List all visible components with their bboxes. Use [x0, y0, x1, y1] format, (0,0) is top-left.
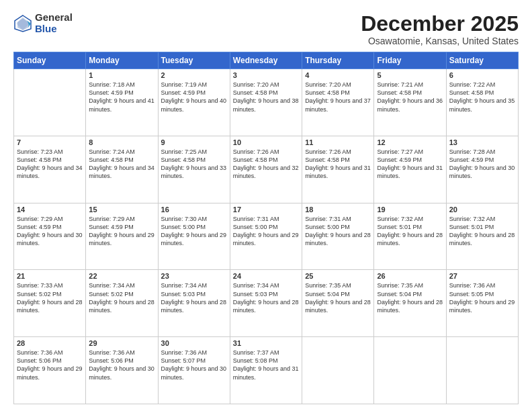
title-block: December 2025 Osawatomie, Kansas, United… [361, 12, 519, 46]
main-title: December 2025 [361, 12, 519, 36]
day-number: 20 [449, 205, 515, 214]
calendar-cell [302, 337, 374, 404]
week-row-4: 28Sunrise: 7:36 AMSunset: 5:06 PMDayligh… [14, 337, 519, 404]
day-info: Sunrise: 7:28 AMSunset: 4:59 PMDaylight:… [449, 148, 515, 181]
day-info: Sunrise: 7:34 AMSunset: 5:03 PMDaylight:… [161, 281, 227, 314]
day-number: 3 [233, 71, 299, 79]
day-info: Sunrise: 7:29 AMSunset: 4:59 PMDaylight:… [89, 215, 154, 248]
calendar-header-row: Sunday Monday Tuesday Wednesday Thursday… [14, 52, 519, 69]
day-number: 5 [377, 71, 443, 79]
day-info: Sunrise: 7:30 AMSunset: 5:00 PMDaylight:… [161, 215, 227, 248]
day-number: 1 [89, 71, 154, 79]
calendar-cell: 21Sunrise: 7:33 AMSunset: 5:02 PMDayligh… [14, 270, 86, 337]
calendar-cell: 25Sunrise: 7:35 AMSunset: 5:04 PMDayligh… [302, 270, 374, 337]
day-info: Sunrise: 7:37 AMSunset: 5:08 PMDaylight:… [233, 349, 299, 381]
day-number: 10 [233, 138, 299, 146]
day-info: Sunrise: 7:36 AMSunset: 5:05 PMDaylight:… [449, 281, 515, 314]
calendar-cell: 19Sunrise: 7:32 AMSunset: 5:01 PMDayligh… [374, 203, 446, 270]
day-info: Sunrise: 7:20 AMSunset: 4:58 PMDaylight:… [233, 81, 299, 113]
col-friday: Friday [374, 52, 446, 69]
day-info: Sunrise: 7:21 AMSunset: 4:58 PMDaylight:… [377, 81, 443, 113]
day-info: Sunrise: 7:29 AMSunset: 4:59 PMDaylight:… [17, 215, 83, 248]
day-info: Sunrise: 7:32 AMSunset: 5:01 PMDaylight:… [377, 215, 443, 248]
day-info: Sunrise: 7:33 AMSunset: 5:02 PMDaylight:… [17, 281, 83, 314]
calendar-cell: 22Sunrise: 7:34 AMSunset: 5:02 PMDayligh… [86, 270, 158, 337]
week-row-2: 14Sunrise: 7:29 AMSunset: 4:59 PMDayligh… [14, 203, 519, 270]
day-number: 11 [305, 138, 371, 146]
day-info: Sunrise: 7:36 AMSunset: 5:06 PMDaylight:… [89, 349, 154, 381]
col-saturday: Saturday [446, 52, 518, 69]
day-number: 15 [89, 205, 154, 214]
calendar-cell: 13Sunrise: 7:28 AMSunset: 4:59 PMDayligh… [446, 136, 518, 203]
day-info: Sunrise: 7:32 AMSunset: 5:01 PMDaylight:… [449, 215, 515, 248]
col-tuesday: Tuesday [158, 52, 230, 69]
week-row-3: 21Sunrise: 7:33 AMSunset: 5:02 PMDayligh… [14, 270, 519, 337]
day-number: 23 [161, 272, 227, 280]
day-number: 29 [89, 339, 154, 347]
header: General Blue December 2025 Osawatomie, K… [13, 12, 519, 46]
day-info: Sunrise: 7:35 AMSunset: 5:04 PMDaylight:… [377, 281, 443, 314]
calendar-table: Sunday Monday Tuesday Wednesday Thursday… [13, 52, 519, 404]
day-info: Sunrise: 7:36 AMSunset: 5:07 PMDaylight:… [161, 349, 227, 381]
calendar-cell: 15Sunrise: 7:29 AMSunset: 4:59 PMDayligh… [86, 203, 158, 270]
calendar-cell [374, 337, 446, 404]
day-info: Sunrise: 7:25 AMSunset: 4:58 PMDaylight:… [161, 148, 227, 181]
col-sunday: Sunday [14, 52, 86, 69]
week-row-0: 1Sunrise: 7:18 AMSunset: 4:59 PMDaylight… [14, 69, 519, 136]
day-info: Sunrise: 7:23 AMSunset: 4:58 PMDaylight:… [17, 148, 83, 181]
day-number: 16 [161, 205, 227, 214]
calendar-cell: 3Sunrise: 7:20 AMSunset: 4:58 PMDaylight… [230, 69, 302, 136]
day-info: Sunrise: 7:34 AMSunset: 5:03 PMDaylight:… [233, 281, 299, 314]
day-number: 2 [161, 71, 227, 79]
calendar-cell: 10Sunrise: 7:26 AMSunset: 4:58 PMDayligh… [230, 136, 302, 203]
calendar-cell: 24Sunrise: 7:34 AMSunset: 5:03 PMDayligh… [230, 270, 302, 337]
logo-icon [13, 14, 32, 33]
calendar-cell: 28Sunrise: 7:36 AMSunset: 5:06 PMDayligh… [14, 337, 86, 404]
calendar-cell: 23Sunrise: 7:34 AMSunset: 5:03 PMDayligh… [158, 270, 230, 337]
logo-general-text: General [35, 12, 73, 24]
calendar-cell: 14Sunrise: 7:29 AMSunset: 4:59 PMDayligh… [14, 203, 86, 270]
calendar-cell: 27Sunrise: 7:36 AMSunset: 5:05 PMDayligh… [446, 270, 518, 337]
calendar-cell [446, 337, 518, 404]
logo-text: General Blue [35, 12, 73, 34]
day-number: 8 [89, 138, 154, 146]
day-info: Sunrise: 7:31 AMSunset: 5:00 PMDaylight:… [233, 215, 299, 248]
day-info: Sunrise: 7:35 AMSunset: 5:04 PMDaylight:… [305, 281, 371, 314]
day-info: Sunrise: 7:34 AMSunset: 5:02 PMDaylight:… [89, 281, 154, 314]
day-info: Sunrise: 7:20 AMSunset: 4:58 PMDaylight:… [305, 81, 371, 113]
calendar-cell: 26Sunrise: 7:35 AMSunset: 5:04 PMDayligh… [374, 270, 446, 337]
day-info: Sunrise: 7:24 AMSunset: 4:58 PMDaylight:… [89, 148, 154, 181]
week-row-1: 7Sunrise: 7:23 AMSunset: 4:58 PMDaylight… [14, 136, 519, 203]
day-info: Sunrise: 7:18 AMSunset: 4:59 PMDaylight:… [89, 81, 154, 113]
day-number: 22 [89, 272, 154, 280]
calendar-cell: 6Sunrise: 7:22 AMSunset: 4:58 PMDaylight… [446, 69, 518, 136]
day-info: Sunrise: 7:36 AMSunset: 5:06 PMDaylight:… [17, 349, 83, 381]
calendar-cell: 29Sunrise: 7:36 AMSunset: 5:06 PMDayligh… [86, 337, 158, 404]
page: General Blue December 2025 Osawatomie, K… [0, 0, 532, 411]
calendar-cell: 31Sunrise: 7:37 AMSunset: 5:08 PMDayligh… [230, 337, 302, 404]
calendar-cell: 2Sunrise: 7:19 AMSunset: 4:59 PMDaylight… [158, 69, 230, 136]
day-number: 13 [449, 138, 515, 146]
day-number: 21 [17, 272, 83, 280]
day-info: Sunrise: 7:27 AMSunset: 4:59 PMDaylight:… [377, 148, 443, 181]
calendar-cell: 4Sunrise: 7:20 AMSunset: 4:58 PMDaylight… [302, 69, 374, 136]
day-number: 18 [305, 205, 371, 214]
day-number: 30 [161, 339, 227, 347]
col-wednesday: Wednesday [230, 52, 302, 69]
calendar-cell: 16Sunrise: 7:30 AMSunset: 5:00 PMDayligh… [158, 203, 230, 270]
calendar-cell: 30Sunrise: 7:36 AMSunset: 5:07 PMDayligh… [158, 337, 230, 404]
day-number: 24 [233, 272, 299, 280]
day-number: 6 [449, 71, 515, 79]
logo: General Blue [13, 12, 73, 34]
day-info: Sunrise: 7:19 AMSunset: 4:59 PMDaylight:… [161, 81, 227, 113]
calendar-cell: 9Sunrise: 7:25 AMSunset: 4:58 PMDaylight… [158, 136, 230, 203]
subtitle: Osawatomie, Kansas, United States [361, 36, 519, 46]
col-thursday: Thursday [302, 52, 374, 69]
day-number: 14 [17, 205, 83, 214]
day-number: 7 [17, 138, 83, 146]
day-number: 27 [449, 272, 515, 280]
calendar-cell: 17Sunrise: 7:31 AMSunset: 5:00 PMDayligh… [230, 203, 302, 270]
calendar-cell: 7Sunrise: 7:23 AMSunset: 4:58 PMDaylight… [14, 136, 86, 203]
day-number: 4 [305, 71, 371, 79]
calendar-cell [14, 69, 86, 136]
